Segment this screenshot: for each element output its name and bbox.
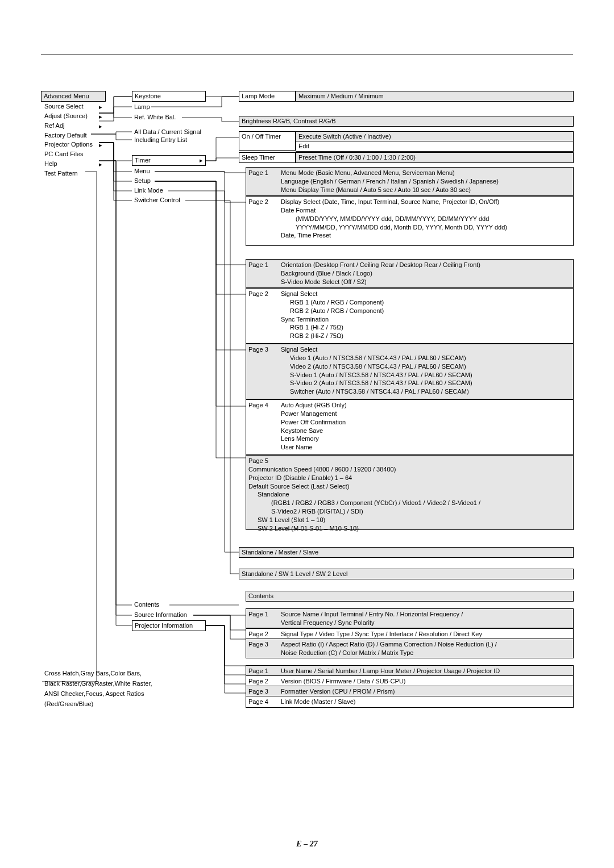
box-sleep-value: Preset Time (Off / 0:30 / 1:00 / 1:30 / … bbox=[296, 152, 574, 163]
line: (RGB1 / RGB2 / RGB3 / Component (YCbCr) … bbox=[248, 499, 480, 507]
menu-pc-card-files: PC Card Files bbox=[42, 149, 105, 159]
row-switcher-value: Standalone / SW 1 Level / SW 2 Level bbox=[239, 569, 574, 579]
line: Power Off Confirmation bbox=[281, 419, 346, 425]
arrow-icon: ▸ bbox=[99, 122, 102, 131]
menu-adjust-source: Adjust (Source)▸ bbox=[42, 111, 105, 121]
line: Projector ID (Disable / Enable) 1 – 64 bbox=[248, 474, 352, 481]
line: Sync Termination bbox=[281, 316, 329, 323]
line: Language (English / German / French / It… bbox=[281, 178, 499, 185]
label: Help bbox=[44, 160, 57, 167]
value: Signal Select RGB 1 (Auto / RGB / Compon… bbox=[281, 290, 565, 340]
label: Source Select bbox=[44, 103, 83, 110]
value: Auto Adjust (RGB Only) Power Management … bbox=[281, 401, 565, 452]
label: PC Card Files bbox=[44, 151, 83, 157]
test-pattern-line-4: (Red/Green/Blue) bbox=[44, 700, 93, 708]
advanced-menu-header: Advanced Menu bbox=[41, 91, 106, 102]
menu-source-select: Source Select▸ bbox=[42, 102, 105, 111]
box-timer: Timer▸ bbox=[132, 155, 206, 166]
row-setup-p3: Page 3 Signal Select Video 1 (Auto / NTS… bbox=[246, 344, 574, 399]
line: Default Source Select (Last / Select) bbox=[248, 483, 349, 490]
box-onoff-label: On / Off Timer bbox=[239, 131, 296, 151]
line: Vertical Frequency / Sync Polarity bbox=[281, 619, 374, 626]
arrow-icon: ▸ bbox=[99, 141, 102, 149]
test-pattern-line-3: ANSI Checker,Focus, Aspect Ratios bbox=[44, 690, 144, 698]
line: Signal Select bbox=[281, 346, 317, 353]
mid-lamp: Lamp bbox=[134, 103, 150, 111]
line: RGB 1 (Hi-Z / 75Ω) bbox=[281, 323, 343, 332]
box-onoff-v2: Edit bbox=[296, 141, 574, 152]
line: Video 2 (Auto / NTSC3.58 / NTSC4.43 / PA… bbox=[281, 362, 466, 371]
arrow-icon: ▸ bbox=[200, 156, 203, 165]
line: Auto Adjust (RGB Only) bbox=[281, 402, 347, 408]
value: Communication Speed (4800 / 9600 / 19200… bbox=[248, 465, 538, 533]
line: RGB 2 (Hi-Z / 75Ω) bbox=[281, 332, 343, 340]
value: User Name / Serial Number / Lamp Hour Me… bbox=[281, 667, 500, 674]
line: Standalone bbox=[248, 490, 289, 499]
mid-help-source-info: Source Information bbox=[134, 611, 187, 619]
label: Page 1 bbox=[248, 610, 279, 619]
label: Adjust (Source) bbox=[44, 112, 88, 119]
line: YYYY/MM/DD, YYYY/MM/DD ddd, Month DD, YY… bbox=[281, 223, 507, 232]
value: Menu Mode (Basic Menu, Advanced Menu, Se… bbox=[281, 169, 565, 194]
line: Communication Speed (4800 / 9600 / 19200… bbox=[248, 466, 396, 473]
label: Factory Default bbox=[44, 132, 87, 139]
menu-factory-default: Factory Default bbox=[42, 131, 105, 140]
label: Page 1 bbox=[248, 667, 279, 675]
mid-ref-white: Ref. White Bal. bbox=[134, 113, 176, 122]
test-pattern-line-2: Black Raster,GrayRaster,White Raster, bbox=[44, 679, 152, 688]
label: Page 1 bbox=[248, 169, 279, 177]
arrow-icon: ▸ bbox=[99, 112, 102, 121]
label: Page 3 bbox=[248, 687, 279, 696]
top-rule bbox=[41, 55, 573, 55]
label: Page 3 bbox=[248, 640, 279, 649]
label: Ref Adj bbox=[44, 122, 64, 129]
row-projinfo-p4: Page 4 Link Mode (Master / Slave) bbox=[246, 696, 574, 708]
value: Link Mode (Master / Slave) bbox=[281, 698, 355, 705]
line: (MM/DD/YYYY, MM/DD/YYYY ddd, DD/MM/YYYY,… bbox=[281, 215, 489, 223]
label: Page 1 bbox=[248, 261, 279, 269]
label: Page 3 bbox=[248, 345, 279, 354]
mid-switcher: Switcher Control bbox=[134, 196, 180, 205]
label: Projector Options bbox=[44, 141, 93, 148]
test-pattern-line-1: Cross Hatch,Gray Bars,Color Bars, bbox=[44, 669, 142, 678]
value: Orientation (Desktop Front / Ceiling Rea… bbox=[281, 261, 565, 286]
line: RGB 1 (Auto / RGB / Component) bbox=[281, 298, 384, 307]
line: Menu Mode (Basic Menu, Advanced Menu, Se… bbox=[281, 169, 455, 176]
box-projector-info: Projector Information bbox=[132, 620, 206, 631]
row-setup-p4: Page 4 Auto Adjust (RGB Only) Power Mana… bbox=[246, 399, 574, 455]
line: Display Select (Date, Time, Input Termin… bbox=[281, 198, 499, 205]
row-sourceinfo-p3: Page 3 Aspect Ratio (I) / Aspect Ratio (… bbox=[246, 639, 574, 658]
mid-setup: Setup bbox=[134, 177, 151, 185]
line: Switcher (Auto / NTSC3.58 / NTSC4.43 / P… bbox=[281, 387, 469, 396]
line: Date Format bbox=[281, 207, 316, 214]
value: Display Select (Date, Time, Input Termin… bbox=[281, 198, 565, 240]
row-menu-p1: Page 1 Menu Mode (Basic Menu, Advanced M… bbox=[246, 167, 574, 196]
mid-link-mode: Link Mode bbox=[134, 186, 163, 195]
menu-ref-adj: Ref Adj▸ bbox=[42, 121, 105, 131]
line: Signal Select bbox=[281, 290, 317, 297]
line: Keystone Save bbox=[281, 427, 323, 434]
menu-test-pattern: Test Pattern bbox=[42, 169, 105, 178]
menu-projector-options: Projector Options▸ bbox=[42, 140, 105, 149]
line: SW 2 Level (M-01 S-01 – M10 S-10) bbox=[248, 524, 359, 533]
box-keystone: Keystone bbox=[132, 91, 206, 102]
label: Page 4 bbox=[248, 698, 279, 706]
line: Video 1 (Auto / NTSC3.58 / NTSC4.43 / PA… bbox=[281, 354, 466, 362]
line: S-Video 2 (Auto / NTSC3.58 / NTSC4.43 / … bbox=[281, 379, 472, 387]
row-setup-p1: Page 1 Orientation (Desktop Front / Ceil… bbox=[246, 259, 574, 288]
value: Version (BIOS / Firmware / Data / SUB-CP… bbox=[281, 678, 405, 685]
line: User Name bbox=[281, 444, 313, 450]
value: Aspect Ratio (I) / Aspect Ratio (D) / Ga… bbox=[281, 640, 565, 657]
row-help-contents: Contents bbox=[246, 591, 574, 602]
box-sleep-label: Sleep Timer bbox=[239, 152, 296, 163]
row-sourceinfo-p1: Page 1 Source Name / Input Terminal / En… bbox=[246, 608, 574, 628]
label: Page 2 bbox=[248, 198, 279, 206]
arrow-icon: ▸ bbox=[99, 160, 102, 169]
value: Signal Type / Video Type / Sync Type / I… bbox=[281, 631, 482, 637]
line: Orientation (Desktop Front / Ceiling Rea… bbox=[281, 261, 480, 268]
line: Power Management bbox=[281, 410, 337, 417]
row-setup-p5: Page 5 Communication Speed (4800 / 9600 … bbox=[246, 455, 574, 530]
value: Signal Select Video 1 (Auto / NTSC3.58 /… bbox=[281, 345, 565, 396]
arrow-icon: ▸ bbox=[99, 103, 102, 111]
page-root: Advanced Menu Source Select▸ Adjust (Sou… bbox=[0, 0, 614, 868]
